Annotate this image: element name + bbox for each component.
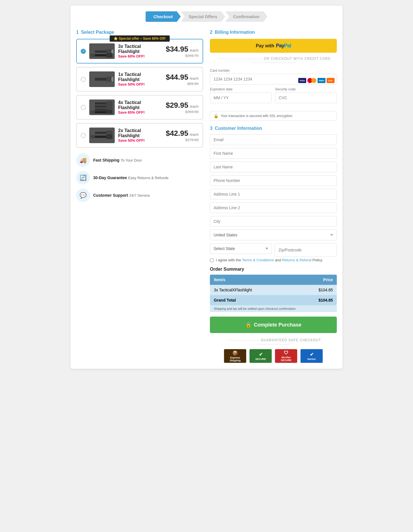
package-price-3x: $34.95 /each $269.70: [166, 45, 199, 58]
package-name-3x: 3x Tactical Flashlight: [118, 44, 162, 54]
package-card-3x[interactable]: ⭐ Special offer – Save 60% Off! 3x Tacti…: [76, 39, 203, 63]
terms-text-3: Policy.: [312, 258, 323, 262]
expiry-field: Expiration date: [210, 87, 272, 106]
mastercard-icon2: [311, 78, 316, 83]
returns-link[interactable]: Returns & Refund: [282, 258, 311, 262]
expiry-security-row: Expiration date Security code: [210, 87, 337, 106]
package-info-4x: 4x Tactical Flashlight Save 65% OFF!: [118, 100, 162, 115]
or-divider: OR CHECKOUT WITH CREDIT CARD: [210, 57, 337, 65]
order-summary-title: Order Summary: [210, 267, 337, 272]
state-zip-row: Select State: [210, 243, 337, 257]
shipping-icon: 🚚: [76, 153, 90, 167]
page-wrapper: Checkout Special Offers Confirmation 1 S…: [71, 6, 342, 369]
package-card-2x[interactable]: 2x Tactical Flashlight Save 50% OFF! $42…: [76, 123, 203, 148]
badge-secure: ✔ SECURE: [249, 349, 272, 363]
badge-ups: 📦 Express Shipping: [224, 349, 246, 363]
package-info-1x: 1x Tactical Flashlight Save 50% OFF!: [118, 72, 162, 86]
expiry-input[interactable]: [210, 92, 272, 103]
order-summary: Order Summary Item/s Price 3x TacticalXF…: [210, 267, 337, 312]
step-checkout[interactable]: Checkout: [146, 11, 181, 22]
norton-icon: ✔: [310, 352, 314, 357]
svg-rect-12: [91, 102, 95, 105]
address2-field[interactable]: [210, 202, 337, 213]
section-number-2: 2: [210, 30, 212, 35]
col-price: Price: [295, 275, 337, 285]
state-select[interactable]: Select State: [210, 243, 272, 254]
step-special-offers-label: Special Offers: [189, 14, 217, 19]
terms-row: I agree with the Terms & Conditions and …: [210, 258, 337, 262]
discover-icon: DISC: [327, 78, 335, 83]
package-price-1x: $44.95 /each $89.90: [166, 73, 199, 86]
col-item: Item/s: [210, 275, 295, 285]
section-number-3: 3: [210, 126, 212, 131]
security-field: Security code: [275, 87, 337, 106]
address1-field[interactable]: [210, 189, 337, 200]
order-table: Item/s Price 3x TacticalXFlashlight $104…: [210, 275, 337, 305]
complete-purchase-button[interactable]: 🔒 Complete Purchase: [210, 317, 337, 333]
billing-section: Card number VISA AMEX DISC Expiration da…: [210, 69, 337, 106]
package-card-4x[interactable]: 4x Tactical Flashlight Save 65% OFF! $29…: [76, 95, 203, 120]
svg-rect-5: [91, 54, 95, 57]
zip-field[interactable]: [275, 243, 337, 257]
order-item-name: 3x TacticalXFlashlight: [210, 285, 295, 295]
step-confirmation-label: Confirmation: [233, 14, 259, 19]
order-total-row: Grand Total $104.85: [210, 295, 337, 305]
radio-3x[interactable]: [81, 49, 86, 54]
mcafee-icon: 🛡: [284, 350, 288, 355]
feature-guarantee: 🔄 30-Day Guarantee Easy Returns & Refund…: [76, 171, 203, 185]
support-icon: 💬: [76, 188, 90, 202]
svg-rect-28: [106, 135, 112, 139]
security-input[interactable]: [275, 92, 337, 103]
special-badge: ⭐ Special offer – Save 60% Off!: [110, 35, 170, 42]
svg-rect-15: [91, 105, 95, 108]
svg-rect-8: [91, 77, 95, 81]
terms-checkbox[interactable]: [210, 258, 214, 262]
customer-section-title: 3 Customer Information: [210, 126, 337, 131]
svg-rect-27: [91, 135, 95, 139]
ssl-notice: 🔒 Your transaction is secured with SSL e…: [210, 111, 337, 121]
city-field[interactable]: [210, 216, 337, 227]
billing-section-title: 2 Billing Information: [210, 30, 337, 35]
safe-checkout-title: GUARANTEED SAFE CHECKOUT: [210, 338, 337, 346]
svg-rect-22: [106, 110, 112, 114]
package-info-2x: 2x Tactical Flashlight Save 50% OFF!: [118, 128, 162, 143]
last-name-field[interactable]: [210, 162, 337, 172]
package-name-4x: 4x Tactical Flashlight: [118, 100, 162, 110]
lock-icon: 🔒: [214, 114, 218, 118]
radio-1x[interactable]: [81, 77, 86, 82]
package-name-1x: 1x Tactical Flashlight: [118, 72, 162, 82]
expiry-label: Expiration date: [210, 87, 272, 91]
package-save-1x: Save 50% OFF!: [118, 82, 162, 86]
svg-rect-21: [91, 111, 95, 114]
radio-2x[interactable]: [81, 133, 86, 138]
paypal-label: Pay with: [256, 43, 274, 48]
order-row: 3x TacticalXFlashlight $104.85: [210, 285, 337, 295]
first-name-field[interactable]: [210, 148, 337, 159]
package-price-2x: $42.95 /each $179.80: [166, 129, 199, 142]
features-list: 🚚 Fast Shipping To Your Door 🔄 30-Day Gu…: [76, 153, 203, 202]
grand-total-price: $104.85: [295, 295, 337, 305]
safe-checkout: GUARANTEED SAFE CHECKOUT 📦 Express Shipp…: [210, 338, 337, 363]
email-field[interactable]: [210, 134, 337, 145]
flashlight-image-4x: [89, 99, 115, 115]
package-card-1x[interactable]: 1x Tactical Flashlight Save 50% OFF! $44…: [76, 67, 203, 92]
left-panel: 1 Select Package ⭐ Special offer – Save …: [76, 30, 203, 363]
card-number-label: Card number: [210, 69, 337, 73]
terms-link1[interactable]: Terms & Conditions: [242, 258, 274, 262]
guarantee-icon: 🔄: [76, 171, 90, 185]
feature-support: 💬 Customer Support 24/7 Service: [76, 188, 203, 202]
paypal-button[interactable]: Pay with PayPal: [210, 39, 337, 53]
lock-purchase-icon: 🔒: [245, 322, 252, 328]
radio-4x[interactable]: [81, 105, 86, 110]
package-save-3x: Save 60% OFF!: [118, 54, 162, 58]
phone-field[interactable]: [210, 175, 337, 186]
country-select[interactable]: United States: [210, 230, 337, 240]
section-number-1: 1: [76, 30, 79, 35]
step-confirmation[interactable]: Confirmation: [225, 11, 267, 22]
terms-text-2: and: [275, 258, 281, 262]
step-special-offers[interactable]: Special Offers: [181, 11, 225, 22]
package-price-4x: $29.95 /each $359.60: [166, 101, 199, 114]
main-layout: 1 Select Package ⭐ Special offer – Save …: [76, 30, 337, 363]
badge-norton: ✔ Norton: [300, 349, 323, 363]
visa-icon: VISA: [298, 78, 306, 83]
